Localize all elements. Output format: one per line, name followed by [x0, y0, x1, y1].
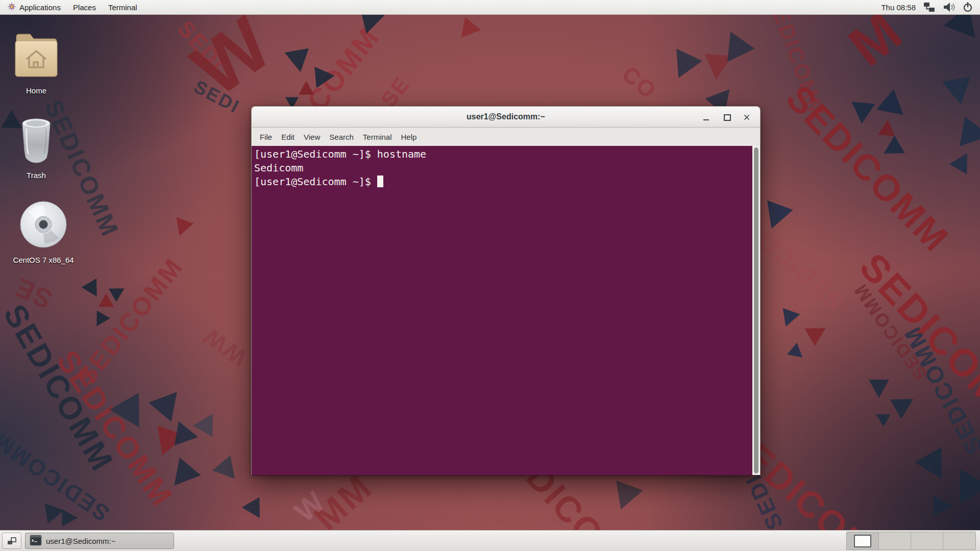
menu-label: Places [73, 3, 96, 12]
wallpaper-triangle [960, 116, 980, 151]
wallpaper-triangle [242, 497, 269, 523]
window-titlebar[interactable]: user1@Sedicomm:~ [251, 106, 761, 128]
wallpaper-triangle [149, 382, 188, 421]
terminal-window: user1@Sedicomm:~ File Edit View Search T… [251, 106, 761, 475]
menu-file[interactable]: File [255, 133, 277, 141]
maximize-icon [724, 114, 731, 121]
applications-menu-icon [7, 2, 16, 13]
desktop-icon-home[interactable]: Home [3, 29, 69, 95]
terminal-menubar: File Edit View Search Terminal Help [251, 128, 761, 146]
workspace-1[interactable] [847, 532, 879, 549]
desktop-icon-label: Trash [27, 171, 46, 180]
trash-icon [20, 117, 53, 166]
wallpaper-triangle [869, 380, 889, 398]
panel-menus: Applications Places Terminal [0, 0, 143, 14]
show-desktop-button[interactable] [2, 533, 21, 549]
wallpaper-triangle [850, 102, 875, 125]
terminal-screen[interactable]: [user1@Sedicomm ~]$ hostname Sedicomm [u… [251, 146, 761, 475]
wallpaper-triangle [777, 308, 800, 330]
terminal-cursor [377, 176, 383, 187]
home-icon [13, 29, 60, 82]
terminal-text: [user1@Sedicomm ~]$ [254, 176, 377, 188]
wallpaper-triangle [872, 408, 891, 427]
wallpaper-triangle [890, 389, 919, 419]
wallpaper-triangle [934, 496, 952, 516]
taskbar-window-button[interactable]: user1@Sedicomm:~ [25, 533, 174, 549]
wallpaper-triangle [314, 65, 336, 88]
desktop-icon-trash[interactable]: Trash [3, 117, 69, 180]
terminal-text: [user1@Sedicomm ~]$ hostname [254, 148, 426, 160]
minimize-icon [703, 119, 709, 120]
power-icon[interactable] [963, 2, 973, 12]
wallpaper-triangle [299, 81, 314, 95]
terminal-scrollbar[interactable] [752, 146, 760, 475]
desktop-icon-label: Home [26, 86, 46, 95]
wallpaper-triangle [171, 217, 194, 239]
wallpaper-watermark: CO [617, 61, 662, 105]
wallpaper-triangle [285, 48, 313, 74]
close-icon [744, 114, 750, 120]
wallpaper-triangle [787, 343, 807, 363]
menu-help[interactable]: Help [397, 133, 422, 141]
terminal-app-icon [30, 535, 42, 547]
wallpaper-triangle [666, 49, 702, 84]
menu-places[interactable]: Places [67, 0, 102, 14]
volume-icon[interactable] [943, 2, 955, 12]
panel-status-area: Thu 08:58 [881, 2, 980, 12]
scrollbar-thumb[interactable] [754, 147, 758, 473]
desktop-icon-centos-disc[interactable]: CentOS 7 x86_64 [10, 200, 77, 264]
clock[interactable]: Thu 08:58 [881, 3, 916, 12]
wallpaper-triangle [99, 293, 114, 307]
top-panel: Applications Places Terminal Thu 08:58 [0, 0, 980, 15]
workspace-switcher [846, 532, 976, 550]
desktop: SEDICOMMSEDICOMMSEDIWCOMMSESEDICOMMSEDIC… [0, 0, 980, 551]
wallpaper-triangle [212, 456, 244, 487]
workspace-3[interactable] [911, 532, 943, 549]
menu-edit[interactable]: Edit [277, 133, 299, 141]
wallpaper-watermark: WW [197, 322, 252, 371]
wallpaper-triangle [453, 17, 481, 44]
menu-view[interactable]: View [299, 133, 325, 141]
show-desktop-icon [7, 537, 17, 545]
wallpaper-triangle [607, 481, 643, 514]
wallpaper-triangle [62, 509, 78, 527]
menu-search[interactable]: Search [325, 133, 358, 141]
wallpaper-watermark: SEDICOMM [71, 252, 189, 390]
workspace-window-thumbnail [854, 535, 871, 547]
menu-label: Terminal [108, 3, 137, 12]
menu-terminal[interactable]: Terminal [358, 133, 397, 141]
menu-label: Applications [19, 3, 61, 12]
wallpaper-triangle [878, 119, 897, 136]
maximize-button[interactable] [721, 111, 733, 123]
menu-terminal-applet[interactable]: Terminal [102, 0, 143, 14]
terminal-line: [user1@Sedicomm ~]$ hostname [254, 147, 750, 161]
window-title: user1@Sedicomm:~ [467, 112, 545, 121]
wallpaper-triangle [804, 319, 830, 346]
optical-disc-icon [19, 200, 68, 251]
network-icon[interactable] [923, 2, 935, 12]
wallpaper-triangle [38, 503, 64, 528]
terminal-text: Sedicomm [254, 162, 303, 174]
workspace-2[interactable] [879, 532, 911, 549]
taskbar-window-label: user1@Sedicomm:~ [46, 537, 116, 545]
close-button[interactable] [741, 111, 753, 123]
menu-applications[interactable]: Applications [1, 0, 67, 14]
terminal-line: Sedicomm [254, 161, 750, 175]
wallpaper-triangle [942, 77, 975, 107]
minimize-button[interactable] [700, 111, 712, 123]
workspace-4[interactable] [943, 532, 975, 549]
wallpaper-triangle [915, 447, 955, 487]
terminal-line: [user1@Sedicomm ~]$ [254, 175, 750, 189]
desktop-icon-label: CentOS 7 x86_64 [13, 256, 74, 264]
wallpaper-triangle [949, 148, 976, 174]
bottom-panel: user1@Sedicomm:~ [0, 530, 980, 551]
